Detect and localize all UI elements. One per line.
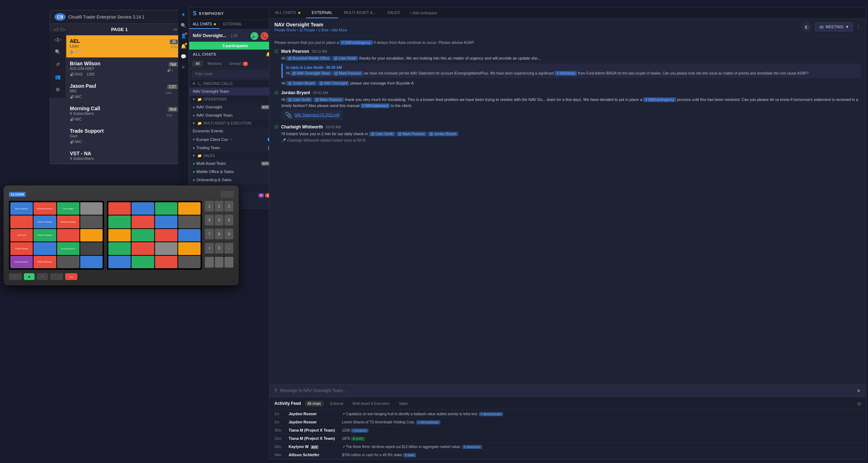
chat-nav-oversight-team[interactable]: ● NAV Oversight Team	[189, 111, 281, 119]
num-btn-2[interactable]: 2	[215, 201, 224, 212]
key-19[interactable]	[57, 256, 79, 268]
footer-btn-mute[interactable]: ⬛	[50, 273, 63, 280]
symphony-phone-icon[interactable]: 📞	[260, 32, 268, 40]
activity-tab-external[interactable]: External	[327, 401, 346, 407]
mention-buyside[interactable]: @ BuysideA Middle Office	[286, 56, 331, 61]
contact-ael[interactable]: AEL Lisec 🔊 MIC JR 3 SU	[66, 35, 181, 58]
main-tab-sales[interactable]: SALES	[382, 7, 405, 18]
key-hjr[interactable]: HJR Fuel	[10, 229, 33, 241]
send-icon[interactable]: ➤	[857, 388, 861, 393]
btn-vol-3[interactable]	[224, 257, 233, 268]
footer-btn-answer[interactable]: ●	[24, 273, 35, 280]
mention-liam-j[interactable]: @ Liam Smith	[286, 97, 312, 102]
num-btn-1[interactable]: 1	[205, 201, 214, 212]
c9-nav-arrows[interactable]: ◁▷	[54, 37, 61, 42]
key-14[interactable]	[33, 242, 56, 255]
attachment-nav-statement[interactable]: 📎 NAV Statement Q3 2022.pdf	[281, 110, 343, 120]
key-20[interactable]	[80, 256, 103, 268]
symphony-nav-people[interactable]: 👤	[181, 33, 186, 39]
tab-all-chats[interactable]: ALL CHATS	[189, 20, 219, 29]
chat-trading-team[interactable]: ● Trading Team EXT	[189, 144, 281, 152]
key-elena[interactable]: Elena Foreman	[33, 215, 56, 228]
room-people[interactable]: 10 People	[299, 28, 315, 32]
contact-jason[interactable]: Jason Paul MIC 🔊 MIC CST Lise	[66, 80, 181, 103]
chat-settings-icon[interactable]: ⋮	[856, 24, 861, 30]
group-operations[interactable]: ▼ 📁 OPERATIONS	[189, 96, 281, 103]
symphony-nav-search[interactable]: 🔍	[181, 23, 186, 28]
key2-5[interactable]	[108, 215, 131, 228]
chat-nav-oversight-ongoing[interactable]: NAV Oversight Team 📞	[189, 87, 281, 96]
contact-trade-support[interactable]: Trade Support Gurl 🔊 MIC	[66, 125, 181, 148]
mention-nav-oversight[interactable]: @ NAV Oversight	[318, 81, 349, 86]
reply-mention-mark[interactable]: @ Mark Pearson	[332, 71, 363, 76]
key-bsge[interactable]: BSGE Research	[33, 202, 56, 215]
key-11[interactable]	[57, 229, 79, 241]
key2-1[interactable]	[108, 202, 131, 215]
key2-16[interactable]	[178, 242, 201, 255]
num-btn-vol-down[interactable]: -	[224, 243, 233, 254]
mention-mark-c[interactable]: @ Mark Pearson	[396, 132, 427, 136]
filter-unread[interactable]: Unread 7	[226, 61, 251, 67]
tab-external[interactable]: EXTERNAL	[219, 20, 246, 29]
chat-filter-input[interactable]	[192, 70, 278, 78]
chat-europe-client[interactable]: ● Europe Client Cov ☆ 1 ✕	[189, 135, 281, 144]
key2-3[interactable]	[155, 202, 177, 215]
chat-middle-office[interactable]: ● Middle Office & Sales 1	[189, 168, 281, 176]
key-pairs-options[interactable]: Pairs Options	[10, 202, 33, 215]
act-tag-1[interactable]: # devopsleads	[416, 420, 440, 424]
symphony-nav-add[interactable]: +	[182, 11, 185, 18]
btn-vol-2[interactable]	[215, 257, 224, 268]
filter-mentions[interactable]: Mentions	[205, 61, 225, 67]
key-biz-navig[interactable]: Business Navig	[57, 215, 79, 228]
key-12[interactable]	[80, 229, 103, 241]
nav-contingency-j[interactable]: # NAVcontingency	[643, 97, 676, 102]
key2-18[interactable]	[131, 256, 154, 268]
reply-mention-nav[interactable]: @ NAV Oversight Team	[290, 71, 331, 76]
nav-statement-tag[interactable]: # NAVstatement	[361, 103, 390, 108]
key2-19[interactable]	[155, 256, 177, 268]
key2-2[interactable]	[131, 202, 154, 215]
main-tab-external[interactable]: EXTERNAL	[306, 7, 338, 18]
act-tag-4[interactable]: # steamops	[462, 445, 482, 449]
nav-contingency-tag[interactable]: # NAVcontingency	[340, 40, 373, 45]
key2-15[interactable]	[155, 242, 177, 255]
chat-onboarding[interactable]: ● Onboarding & Sales	[189, 176, 281, 184]
num-btn-6[interactable]: 6	[224, 215, 233, 225]
act-tag-3-aapl[interactable]: $ AAPL	[351, 437, 365, 441]
act-tag-0[interactable]: # devopsleads	[479, 412, 503, 416]
activity-tab-sales[interactable]: Sales	[396, 401, 411, 407]
key2-11[interactable]	[155, 229, 177, 241]
c9-nav-people[interactable]: 👥	[55, 74, 61, 80]
symphony-mic-icon[interactable]: 🎤	[250, 32, 258, 40]
main-tab-multi-asset[interactable]: MULTI ASSET &...	[338, 7, 382, 18]
chat-nav-oversight[interactable]: ● NAV Oversight EXT 1	[189, 103, 281, 111]
c9-nav-search[interactable]: 🔍	[55, 49, 61, 55]
act-tag-5[interactable]: # steel	[403, 453, 416, 457]
activity-tab-all-chats[interactable]: All chats	[305, 401, 324, 407]
star-icon[interactable]: ☆	[229, 137, 233, 141]
footer-btn-hangup[interactable]: —	[65, 273, 77, 280]
key-8[interactable]	[80, 215, 103, 228]
add-workspace-btn[interactable]: + Add workspace	[405, 8, 441, 18]
contact-morning-call[interactable]: Morning Call 8 Subscribers 🔊 MIC And 123…	[66, 103, 181, 125]
num-btn-5[interactable]: 5	[215, 215, 224, 225]
key-4[interactable]	[80, 202, 103, 215]
chat-multi-asset-team[interactable]: ● Multi Asset Team EXT 1	[189, 159, 281, 168]
room-add-more[interactable]: Add More	[332, 28, 347, 32]
key-group-2[interactable]: Group Sheet 2	[57, 242, 79, 255]
contact-vst-na[interactable]: VST - NA 4 Subscribers	[66, 148, 181, 164]
symphony-nav-bell[interactable]: 🔔	[181, 44, 186, 49]
num-btn-0[interactable]: 0	[215, 243, 224, 254]
key-syke[interactable]: SYKE Energy	[10, 242, 33, 255]
filter-all[interactable]: All	[192, 61, 203, 67]
activity-tab-multi-asset[interactable]: Multi Asset & Execution	[350, 401, 393, 407]
num-btn-9[interactable]: 9	[224, 229, 233, 239]
message-input[interactable]	[280, 388, 854, 393]
mention-jordan-c[interactable]: @ Jordan Bryant	[428, 132, 458, 136]
key2-8[interactable]	[178, 215, 201, 228]
key2-17[interactable]	[108, 256, 131, 268]
num-btn-vol-up[interactable]: +	[205, 243, 214, 254]
group-multi-asset[interactable]: ▼ 📁 MULTI ASSET & EXECUTION	[189, 119, 281, 127]
btn-vol-slider[interactable]	[205, 257, 214, 268]
num-btn-7[interactable]: 7	[205, 229, 214, 239]
